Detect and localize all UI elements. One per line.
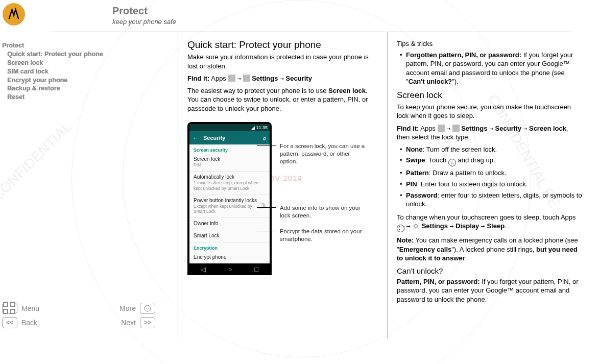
table-of-contents: Protect Quick start: Protect your phone … — [0, 41, 178, 102]
opt-password: Password: enter four to sixteen letters,… — [400, 191, 582, 209]
toc-item-sim-card-lock[interactable]: SIM card lock — [2, 67, 178, 76]
owner-info-row: Owner info — [189, 218, 270, 230]
menu-label: Menu — [21, 304, 39, 312]
encryption-section: Encryption — [189, 242, 270, 252]
tip-forgotten-password: Forgotten pattern, PIN, or password: If … — [400, 51, 582, 86]
app-bar-title: Security — [203, 135, 225, 141]
screen-lock-desc: To keep your phone secure, you can make … — [397, 103, 582, 120]
toc-item-encrypt[interactable]: Encrypt your phone — [2, 76, 178, 85]
next-icon: >> — [140, 317, 155, 328]
annotation-encrypt: Encrypt the data stored on your smartpho… — [280, 228, 367, 243]
apps-icon — [228, 75, 235, 82]
opt-swipe: Swipe: Touch ⌂ and drag up. — [400, 156, 582, 166]
find-it-path: Find it: Apps → Settings → Security — [187, 74, 378, 83]
note-emergency: Note: You can make emergency calls on a … — [397, 236, 582, 263]
svg-rect-1 — [11, 302, 15, 306]
settings-icon — [452, 125, 460, 132]
apps-icon — [438, 125, 445, 132]
encrypt-phone-row: Encrypt phone — [189, 252, 270, 263]
opt-none: None: Turn off the screen lock. — [400, 145, 582, 154]
nav-back-icon: ◁ — [201, 265, 206, 273]
page-subtitle: keep your phone safe — [112, 18, 176, 26]
more-button[interactable]: More — [119, 303, 155, 314]
cant-unlock-text: Pattern, PIN, or password: If you forget… — [397, 277, 582, 304]
grid-icon — [2, 303, 17, 314]
power-button-lock-row: Power button instantly locksExcept when … — [189, 195, 270, 218]
quick-start-intro: Make sure your information is protected … — [187, 53, 378, 70]
opt-pin: PIN: Enter four to sixteen digits to unl… — [400, 180, 582, 189]
lock-icon: ⌂ — [448, 159, 456, 166]
search-icon: ⌕ — [263, 135, 267, 141]
phone-screenshot: ◢ 11:35 ← Security ⌕ Screen security Scr… — [187, 122, 272, 275]
svg-point-5 — [415, 225, 418, 228]
back-arrow-icon: ← — [193, 135, 198, 141]
prev-icon: << — [2, 317, 17, 328]
back-label: Back — [21, 319, 37, 327]
toc-item-protect[interactable]: Protect — [2, 41, 178, 50]
next-label: Next — [121, 319, 136, 327]
nav-home-icon: ○ — [228, 265, 232, 273]
auto-lock-row: Automatically lock1 minute after sleep, … — [189, 172, 270, 195]
screen-lock-intro: The easiest way to protect your phone is… — [187, 86, 378, 113]
apps-circle-icon: ⋮⋮ — [397, 225, 404, 232]
screen-lock-heading: Screen lock — [397, 90, 582, 101]
next-button[interactable]: Next >> — [121, 317, 155, 328]
motorola-logo-icon — [3, 3, 25, 26]
opt-pattern: Pattern: Draw a pattern to unlock. — [400, 168, 582, 178]
page-title: Protect — [112, 5, 176, 17]
clock: 11:35 — [256, 125, 268, 130]
annotation-owner-info: Add some info to show on your lock scree… — [280, 204, 367, 220]
screen-lock-row: Screen lockPIN — [189, 154, 270, 172]
back-button[interactable]: << Back — [2, 317, 37, 328]
gear-icon — [412, 222, 420, 230]
nav-footer: Menu More << Back Next >> — [2, 300, 155, 328]
svg-point-4 — [145, 305, 151, 311]
toc-item-quick-start[interactable]: Quick start: Protect your phone — [2, 50, 178, 59]
svg-rect-3 — [11, 309, 15, 313]
toc-item-backup-restore[interactable]: Backup & restore — [2, 84, 178, 93]
cant-unlock-heading: Can't unlock? — [397, 266, 582, 275]
more-label: More — [119, 304, 136, 312]
svg-rect-0 — [4, 302, 8, 306]
nav-recent-icon: □ — [254, 265, 258, 273]
app-bar: ← Security ⌕ — [189, 131, 270, 144]
signal-icon: ◢ — [251, 125, 255, 130]
quick-start-heading: Quick start: Protect your phone — [187, 39, 378, 51]
svg-rect-2 — [4, 309, 8, 313]
tips-tricks-heading: Tips & tricks — [397, 39, 582, 48]
chevron-down-icon — [140, 303, 155, 314]
find-it-screen-lock: Find it: Apps → Settings → Security → Sc… — [397, 124, 582, 142]
toc-item-screen-lock[interactable]: Screen lock — [2, 59, 178, 67]
settings-icon — [243, 75, 250, 82]
android-nav-bar: ◁ ○ □ — [189, 263, 270, 275]
menu-button[interactable]: Menu — [2, 303, 39, 314]
status-bar: ◢ 11:35 — [189, 124, 270, 131]
smart-lock-row: Smart Lock — [189, 230, 270, 242]
sleep-setting: To change when your touchscreen goes to … — [397, 213, 582, 233]
annotation-screen-lock: For a screen lock, you can use a pattern… — [280, 142, 367, 165]
toc-item-reset[interactable]: Reset — [2, 93, 178, 102]
